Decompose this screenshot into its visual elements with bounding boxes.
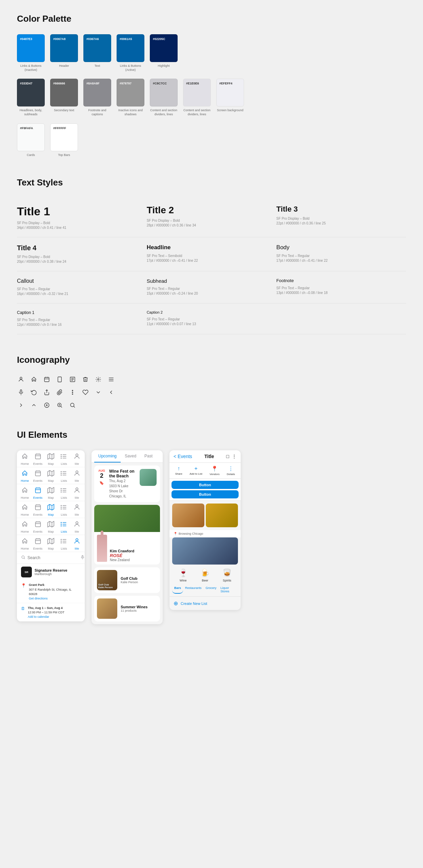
home-icon-4 [21, 504, 28, 512]
filter-liquor-stores[interactable]: Liquor Stores [219, 586, 238, 594]
nav-item-map-2[interactable]: Map [44, 470, 57, 482]
text-style-title4: Title 4 SF Pro Display – Bold20pt / #000… [17, 237, 147, 271]
nav-item-map-5[interactable]: Map [44, 521, 57, 533]
vendors-button[interactable]: 📍 Vendors [209, 466, 219, 476]
location-pin-icon: 📍 [21, 583, 26, 588]
nav-item-events-5[interactable]: Events [31, 521, 44, 533]
swatch-box: #FFFFFF [50, 123, 78, 151]
category-beer[interactable]: 🍺 Beer [200, 569, 209, 582]
wine-card[interactable]: Kim Crawford ROSÉ New Zealand [94, 505, 160, 565]
svg-point-18 [72, 392, 73, 393]
lists-label-2: Lists [61, 479, 67, 482]
swatch-label: Header [59, 64, 69, 68]
nav-item-map-active[interactable]: Map [44, 504, 57, 516]
nav-item-map[interactable]: Map [44, 453, 57, 466]
primary-button-1[interactable]: Button [172, 481, 239, 489]
svg-point-112 [76, 539, 78, 541]
spirits-icon: 🥃 [222, 569, 231, 577]
nav-item-events[interactable]: Events [31, 453, 44, 466]
nav-item-me-2[interactable]: Me [70, 470, 83, 482]
tab-upcoming[interactable]: Upcoming [94, 450, 121, 462]
nav-item-lists-2[interactable]: Lists [57, 470, 70, 482]
nav-item-events-4[interactable]: Events [31, 504, 44, 516]
swatch-label: Highlight [158, 64, 169, 68]
nav-item-me-active[interactable]: Me [70, 538, 83, 550]
svg-rect-43 [35, 471, 40, 476]
nav-item-home-4[interactable]: Home [18, 504, 31, 516]
nav-item-lists-4[interactable]: Lists [57, 504, 70, 516]
nav-item-events-2[interactable]: Events [31, 470, 44, 482]
nav-item-home-5[interactable]: Home [18, 521, 31, 533]
swatch-hex: #E1E0E6 [183, 79, 210, 88]
summer-wines-card[interactable]: Summer Wines 11 products [94, 596, 160, 622]
search-bar[interactable] [17, 552, 85, 564]
swatch-hex: #FFFFFF [51, 124, 78, 133]
nav-item-home-3[interactable]: Home [18, 487, 31, 499]
events-icon [35, 453, 41, 461]
svg-rect-71 [35, 505, 40, 510]
nav-item-home-active[interactable]: Home [18, 470, 31, 482]
menu-icon [107, 375, 115, 383]
wine-info: Kim Crawford ROSÉ New Zealand [110, 549, 157, 562]
svg-point-69 [61, 492, 62, 493]
create-new-list[interactable]: ⊕ Create New List [169, 597, 241, 610]
details-button[interactable]: ⋮ Details [227, 466, 235, 476]
color-palette-title: Color Palette [17, 14, 406, 24]
swatch-label: Top Bars [58, 153, 70, 157]
social-card[interactable]: Golf Club Kalie Person Golf Club Kalie P… [94, 567, 160, 593]
style-desc-title3: SF Pro Display – Bold22pt / #000000 / ch… [276, 216, 401, 226]
nav-item-events-6[interactable]: Events [31, 538, 44, 550]
style-name-footnote: Footnote [276, 278, 401, 283]
map-icon-5 [47, 521, 54, 529]
filter-restaurants[interactable]: Restaurants [183, 586, 204, 594]
nav-item-lists-6[interactable]: Lists [57, 538, 70, 550]
nav-item-me-4[interactable]: Me [70, 504, 83, 516]
nav-item-events-active[interactable]: Events [31, 487, 44, 499]
search-input[interactable] [27, 555, 78, 560]
nav-item-me-3[interactable]: Me [70, 487, 83, 499]
tab-past[interactable]: Past [140, 450, 157, 462]
filter-grocery[interactable]: Grocery [204, 586, 219, 594]
style-desc-caption2: SF Pro Text – Regular11pt / #000000 / ch… [147, 317, 271, 327]
nav-item-map-3[interactable]: Map [44, 487, 57, 499]
text-style-callout: Callout SF Pro Text – Regular16pt / #000… [17, 271, 147, 303]
swatch-label: Screen background [217, 108, 243, 113]
category-wine[interactable]: 🍷 Wine [179, 569, 188, 582]
map-icon-3 [47, 487, 54, 495]
nav-item-map-6[interactable]: Map [44, 538, 57, 550]
get-directions-link[interactable]: Get directions [29, 597, 81, 600]
style-desc-title2: SF Pro Display – Bold28pt / #000000 / ch… [147, 218, 271, 228]
nav-item-lists[interactable]: Lists [57, 453, 70, 466]
search-icon [68, 401, 77, 409]
share-button[interactable]: ↑ Share [175, 466, 182, 476]
pin-icon: 📍 [211, 466, 218, 472]
tab-saved[interactable]: Saved [121, 450, 140, 462]
swatch-box: #333D47 [17, 79, 45, 106]
add-to-calendar-link[interactable]: Add to calendar [28, 615, 64, 618]
nav-item-me[interactable]: Me [70, 453, 83, 466]
filter-bars[interactable]: Bars [172, 586, 183, 594]
chevron-up-icon [30, 401, 38, 409]
nav-item-lists-3[interactable]: Lists [57, 487, 70, 499]
signature-reserve-item[interactable]: SR Signature Reserve Marlborough [17, 564, 85, 580]
more-options-button[interactable]: ⋮ [232, 454, 237, 459]
svg-point-17 [72, 390, 73, 391]
category-spirits[interactable]: 🥃 Spirits [222, 569, 231, 582]
location-text: Browsing Chicago [179, 532, 203, 535]
back-button[interactable]: < Events [174, 454, 192, 459]
swatch-box: #0487E3 [17, 34, 45, 62]
primary-button-2[interactable]: Button [172, 490, 239, 498]
events-icon-6 [35, 538, 41, 546]
chevron-right-icon [17, 401, 25, 409]
nav-item-home-6[interactable]: Home [18, 538, 31, 550]
add-to-list-button[interactable]: + Add to List [189, 466, 202, 476]
map-icon-6 [47, 538, 54, 546]
nav-item-lists-active[interactable]: Lists [57, 521, 70, 533]
right-panel: < Events Title □ ⋮ ↑ Share + Add to List [169, 450, 241, 610]
nav-item-me-5[interactable]: Me [70, 521, 83, 533]
event-item[interactable]: AUG 2 🔖 Wine Fest on the Beach Thu, Aug … [94, 466, 160, 502]
bookmark-button[interactable]: □ [226, 454, 229, 459]
nav-item-home[interactable]: Home [18, 453, 31, 466]
zoom-in-icon [56, 401, 64, 409]
text-style-caption2: Caption 2 SF Pro Text – Regular11pt / #0… [147, 303, 277, 334]
